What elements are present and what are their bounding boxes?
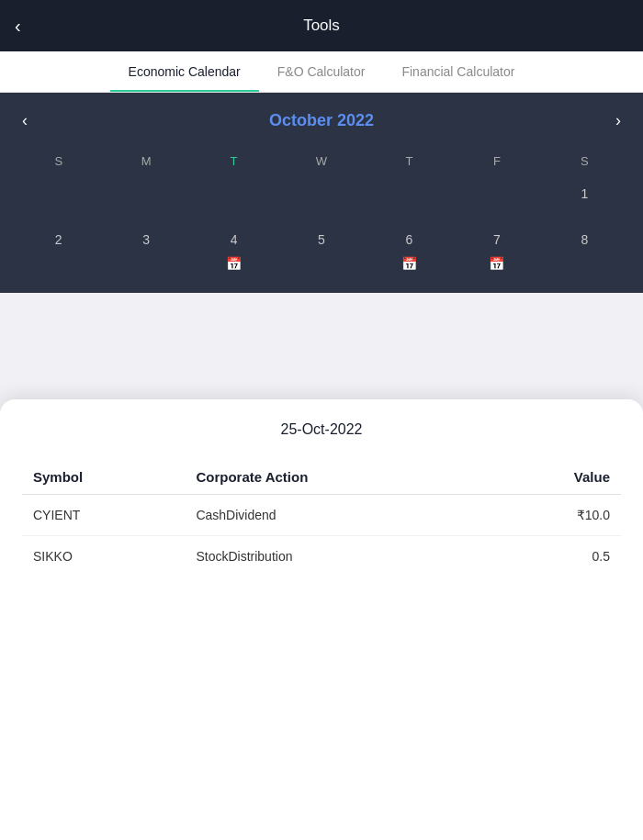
col-header-corporate-action: Corporate Action — [185, 460, 489, 495]
event-icon-6: 📅 — [401, 256, 417, 271]
day-header-wed: W — [277, 149, 365, 174]
calendar-cell-8[interactable]: 8 — [541, 219, 628, 278]
calendar-month-title: October 2022 — [269, 111, 374, 130]
calendar-header: ‹ October 2022 › — [15, 107, 628, 134]
tab-financial-calculator[interactable]: Financial Calculator — [383, 51, 533, 92]
calendar-cell-1[interactable]: 1 — [541, 174, 628, 219]
day-header-sat: S — [541, 149, 628, 174]
cell-value: ₹10.0 — [490, 495, 621, 536]
day-header-mon: M — [102, 149, 189, 174]
day-header-fri: F — [453, 149, 540, 174]
cell-corporate-action: CashDividend — [185, 495, 489, 536]
calendar-grid: S M T W T F S 1 2 3 4 📅 5 6 📅 7 📅 8 — [15, 149, 628, 278]
corporate-actions-table: Symbol Corporate Action Value CYIENTCash… — [22, 460, 621, 577]
bottom-sheet: 25-Oct-2022 Symbol Corporate Action Valu… — [0, 399, 643, 840]
calendar-cell-4[interactable]: 4 📅 — [190, 219, 277, 278]
table-row: SIKKOStockDistribution0.5 — [22, 536, 621, 577]
cell-corporate-action: StockDistribution — [185, 536, 489, 577]
sheet-date: 25-Oct-2022 — [22, 421, 621, 438]
event-icon-7: 📅 — [489, 256, 504, 271]
calendar-next-button[interactable]: › — [608, 107, 628, 134]
calendar-cell-empty2 — [102, 174, 189, 219]
table-row: CYIENTCashDividend₹10.0 — [22, 495, 621, 536]
calendar-cell-empty1 — [15, 174, 102, 219]
col-header-value: Value — [490, 460, 621, 495]
cell-symbol: CYIENT — [22, 495, 185, 536]
calendar-cell-empty3 — [190, 174, 277, 219]
day-header-tue: T — [190, 149, 277, 174]
cell-value: 0.5 — [490, 536, 621, 577]
event-icon-4: 📅 — [226, 256, 242, 271]
calendar-cell-7[interactable]: 7 📅 — [453, 219, 540, 278]
calendar-cell-empty6 — [453, 174, 540, 219]
tab-fo-calculator[interactable]: F&O Calculator — [259, 51, 384, 92]
col-header-symbol: Symbol — [22, 460, 185, 495]
calendar-prev-button[interactable]: ‹ — [15, 107, 35, 134]
calendar-cell-empty4 — [277, 174, 365, 219]
tab-economic-calendar[interactable]: Economic Calendar — [110, 51, 259, 92]
calendar-cell-5[interactable]: 5 — [277, 219, 365, 278]
header-title: Tools — [303, 17, 340, 35]
back-icon: ‹ — [15, 16, 21, 37]
day-header-sun: S — [15, 149, 102, 174]
calendar: ‹ October 2022 › S M T W T F S 1 2 3 4 📅… — [0, 93, 643, 293]
calendar-cell-empty5 — [366, 174, 453, 219]
day-header-thu: T — [366, 149, 453, 174]
tabs-bar: Economic Calendar F&O Calculator Financi… — [0, 51, 643, 93]
header: ‹ Tools — [0, 0, 643, 51]
calendar-cell-3[interactable]: 3 — [102, 219, 189, 278]
back-button[interactable]: ‹ — [15, 16, 21, 37]
calendar-cell-2[interactable]: 2 — [15, 219, 102, 278]
calendar-cell-6[interactable]: 6 📅 — [366, 219, 453, 278]
cell-symbol: SIKKO — [22, 536, 185, 577]
